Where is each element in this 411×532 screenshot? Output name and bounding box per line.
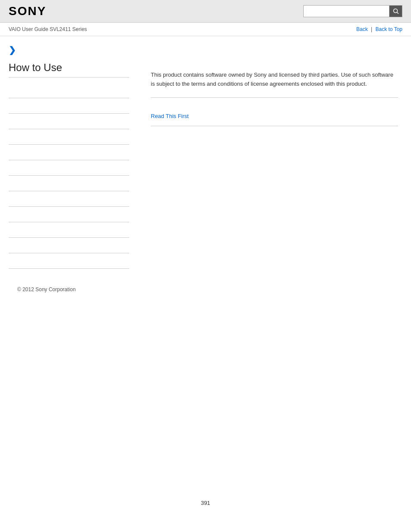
nav-links: Back | Back to Top: [356, 26, 402, 32]
sidebar-nav-list: [9, 83, 129, 269]
search-container: [303, 5, 402, 17]
sidebar-nav-link[interactable]: [9, 118, 10, 124]
page-number: 391: [192, 491, 219, 515]
nav-bar: VAIO User Guide SVL2411 Series Back | Ba…: [0, 23, 411, 36]
list-item: [9, 160, 129, 176]
svg-point-0: [393, 9, 397, 13]
sidebar-nav-link[interactable]: [9, 211, 10, 218]
content-description: This product contains software owned by …: [151, 71, 398, 98]
back-to-top-link[interactable]: Back to Top: [376, 26, 402, 32]
sidebar-nav-link[interactable]: [9, 165, 10, 171]
search-icon: [393, 8, 399, 14]
nav-separator: |: [371, 26, 372, 32]
chevron-icon: ❯: [9, 45, 129, 55]
list-item: [9, 191, 129, 207]
svg-line-1: [397, 12, 399, 14]
search-input[interactable]: [303, 5, 389, 17]
list-item: [9, 129, 129, 145]
search-button[interactable]: [389, 5, 402, 17]
copyright-text: © 2012 Sony Corporation: [17, 286, 76, 292]
sidebar-nav-link[interactable]: [9, 227, 10, 233]
sidebar-title: How to Use: [9, 62, 129, 78]
back-link[interactable]: Back: [356, 26, 368, 32]
list-item: [9, 176, 129, 191]
read-this-first-link[interactable]: Read This First: [151, 113, 189, 119]
sony-logo: SONY: [9, 4, 46, 18]
sidebar-nav-link[interactable]: [9, 258, 10, 264]
sidebar-nav-link[interactable]: [9, 180, 10, 187]
sidebar-nav-link[interactable]: [9, 87, 10, 93]
list-item: [9, 145, 129, 160]
list-item: [9, 83, 129, 98]
content-area: This product contains software owned by …: [138, 36, 411, 310]
header: SONY: [0, 0, 411, 23]
list-item: [9, 222, 129, 238]
list-item: [9, 253, 129, 269]
list-item: [9, 207, 129, 222]
list-item: [9, 114, 129, 129]
sidebar-nav-link[interactable]: [9, 196, 10, 202]
sidebar-nav-link[interactable]: [9, 149, 10, 156]
content-link-section: Read This First: [151, 106, 398, 126]
main-content: ❯ How to Use: [0, 36, 411, 310]
breadcrumb: VAIO User Guide SVL2411 Series: [9, 26, 87, 32]
sidebar-nav-link[interactable]: [9, 134, 10, 140]
sidebar-nav-link[interactable]: [9, 103, 10, 109]
list-item: [9, 238, 129, 253]
list-item: [9, 98, 129, 114]
sidebar-nav-link[interactable]: [9, 242, 10, 249]
footer: © 2012 Sony Corporation: [9, 277, 129, 301]
sidebar: ❯ How to Use: [0, 36, 138, 310]
